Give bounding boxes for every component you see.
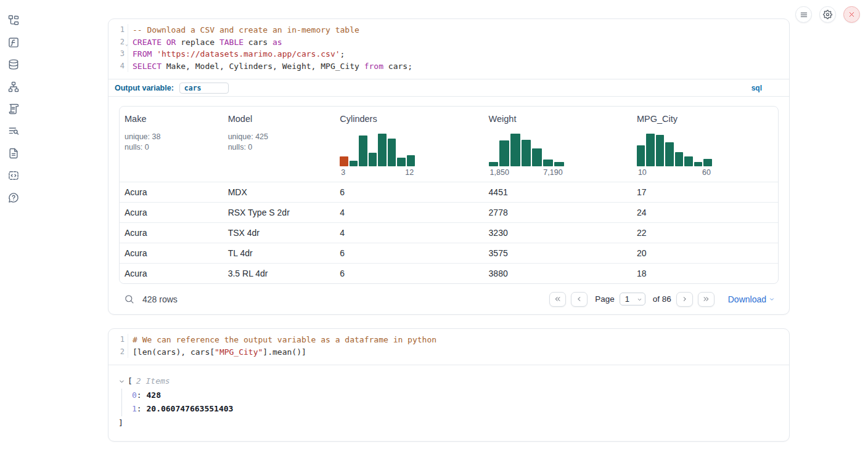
hamburger-icon [800,10,808,19]
histogram-bar [369,153,377,166]
table-cell: 6 [335,269,483,278]
file-explorer-icon[interactable] [6,14,21,26]
histogram-bar [684,156,693,166]
line-number: 1 [108,334,125,346]
column-header[interactable]: Makeunique: 38nulls: 0 [120,107,223,182]
table-cell: 24 [632,208,778,217]
fold-chevron-icon[interactable]: ⌄ [125,38,128,51]
code-line: # We can reference the output variable a… [133,334,789,346]
documentation-icon[interactable] [6,147,21,160]
table-cell: TSX 4dr [223,228,335,238]
page-select[interactable]: 1 [620,293,645,305]
histogram-bar [703,159,712,166]
code-line: SELECT Make, Model, Cylinders, Weight, M… [133,60,789,73]
table-row[interactable]: AcuraTL 4dr6357520 [120,243,778,263]
histogram-bar [378,134,387,166]
sidebar [0,0,27,449]
help-icon[interactable] [6,191,21,204]
table-cell: 2778 [484,208,632,217]
histogram-bar [656,135,665,166]
column-header[interactable]: Modelunique: 425nulls: 0 [223,107,335,182]
histogram-bar [665,142,674,166]
variables-icon[interactable] [6,36,21,49]
table-footer: 428 rows Page 1 of 86 [119,284,779,314]
table-row[interactable]: AcuraRSX Type S 2dr4277824 [120,202,778,222]
code-line: FROM 'https://datasets.marimo.app/cars.c… [133,48,789,60]
page-label: Page [595,294,615,304]
previous-page-button[interactable] [571,292,588,307]
column-name: Model [228,114,330,124]
column-name: Weight [489,114,627,124]
list-item-index: 1 [132,404,137,413]
column-stats: unique: 38nulls: 0 [125,132,218,153]
last-page-button[interactable] [698,292,714,307]
column-header[interactable]: MPG_City1060 [632,107,778,182]
column-name: Make [125,114,218,124]
download-button[interactable]: Download [728,294,775,304]
histogram-bar [340,156,348,166]
histogram-min-label: 1,850 [490,168,509,177]
column-header[interactable]: Weight1,8507,190 [484,107,632,182]
histogram-bar [522,140,531,166]
histogram-bar [350,161,358,166]
table-cell: 3.5 RL 4dr [223,269,335,278]
table-row[interactable]: AcuraMDX6445117 [120,182,778,202]
chevron-right-icon [681,295,689,303]
column-histogram: 1,8507,190 [489,134,564,177]
column-histogram: 312 [340,134,415,177]
chevrons-right-icon [702,295,710,303]
table-row[interactable]: Acura3.5 RL 4dr6388018 [120,263,778,283]
histogram-bar [646,134,655,166]
histogram-min-label: 10 [638,168,647,177]
settings-button[interactable] [819,6,836,23]
code-line: [len(cars), cars["MPG_City"].mean()] [133,346,789,358]
list-item: 0: 428 [132,389,779,403]
logs-icon[interactable] [6,124,21,137]
table-cell: 6 [335,248,483,258]
histogram-max-label: 60 [702,168,711,177]
open-bracket: [ [128,374,133,389]
menu-button[interactable] [795,6,812,23]
column-header[interactable]: Cylinders312 [335,107,483,182]
histogram-bar [499,140,509,166]
histogram-bar [397,158,406,166]
histogram-bar [694,162,703,166]
scratchpad-icon[interactable] [6,102,21,115]
page-select-wrap: 1 [620,293,645,305]
collapse-chevron-icon[interactable] [118,378,125,385]
datasources-icon[interactable] [6,58,21,71]
line-number: 2 [108,346,125,358]
close-bracket: ] [118,416,779,431]
snippets-icon[interactable] [6,169,21,182]
table-cell: 3230 [484,228,632,238]
column-stats: unique: 425nulls: 0 [228,132,330,153]
histogram-bar [554,162,564,166]
python-cell: 12 # We can reference the output variabl… [108,328,790,442]
table-cell: 4451 [484,187,632,197]
histogram-bar [489,162,499,166]
code-editor[interactable]: -- Download a CSV and create an in-memor… [128,24,789,72]
histogram-max-label: 12 [405,168,414,177]
search-button[interactable] [123,293,136,305]
list-item: 1: 20.060747663551403 [132,402,779,416]
row-count: 428 rows [142,294,178,304]
python-cell-output: [ 2 Items 0: 4281: 20.060747663551403 ] [108,365,789,441]
table-cell: 18 [632,269,778,278]
table-row[interactable]: AcuraTSX 4dr4323022 [120,222,778,243]
shutdown-button[interactable] [843,6,860,23]
code-editor[interactable]: # We can reference the output variable a… [128,334,789,358]
data-table: Makeunique: 38nulls: 0Modelunique: 425nu… [119,106,779,284]
chevron-left-icon [575,295,583,303]
python-code-area: 12 # We can reference the output variabl… [108,329,789,365]
first-page-button[interactable] [549,292,566,307]
output-variable-row: Output variable: sql [108,79,789,97]
line-number: 4 [108,60,125,73]
output-variable-input[interactable] [179,83,229,94]
dependency-graph-icon[interactable] [6,80,21,93]
sql-cell-output: Makeunique: 38nulls: 0Modelunique: 425nu… [108,97,789,314]
sql-code-area: 12⌄34 -- Download a CSV and create an in… [108,19,789,79]
next-page-button[interactable] [676,292,693,307]
output-variable-label: Output variable: [115,84,174,92]
table-cell: RSX Type S 2dr [223,208,335,217]
table-cell: 3880 [484,269,632,278]
